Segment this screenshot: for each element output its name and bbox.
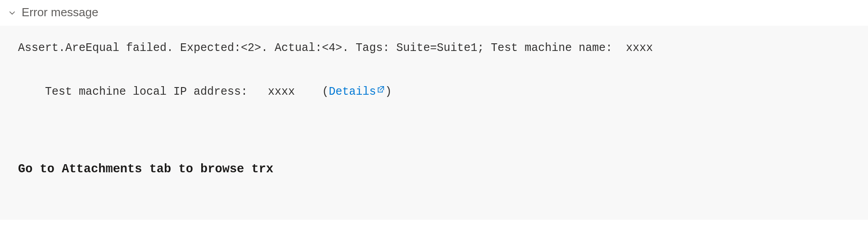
- details-link-label: Details: [329, 85, 376, 98]
- error-text-line-2: Test machine local IP address: xxxx (Det…: [18, 65, 850, 119]
- chevron-down-icon: [8, 9, 16, 17]
- paren-open: (: [322, 85, 329, 98]
- error-message-body: Assert.AreEqual failed. Expected:<2>. Ac…: [0, 26, 868, 220]
- attachments-hint: Go to Attachments tab to browse trx: [18, 160, 850, 179]
- paren-close: ): [385, 85, 392, 98]
- open-external-icon: [377, 82, 385, 100]
- error-line-2-prefix: Test machine local IP address: xxxx: [45, 85, 322, 98]
- error-message-section-header[interactable]: Error message: [0, 0, 868, 26]
- details-link[interactable]: Details: [329, 85, 385, 98]
- section-title: Error message: [22, 5, 99, 19]
- error-text-line-1: Assert.AreEqual failed. Expected:<2>. Ac…: [18, 39, 850, 57]
